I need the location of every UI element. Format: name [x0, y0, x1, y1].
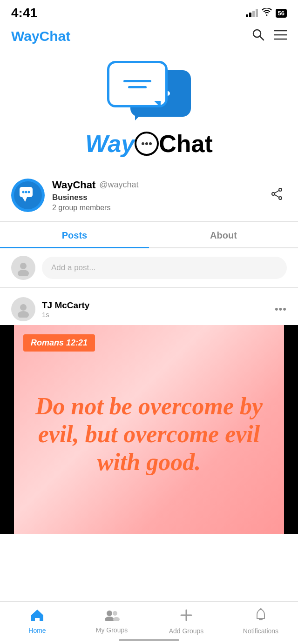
svg-line-19	[275, 190, 279, 193]
wifi-icon	[262, 8, 272, 18]
post-header: TJ McCarty 1s •••	[0, 290, 298, 325]
group-name: WayChat	[52, 179, 95, 191]
home-icon	[30, 609, 44, 625]
add-post-avatar	[11, 256, 35, 280]
group-name-row: WayChat @waychat	[52, 179, 267, 191]
battery-icon: 56	[276, 9, 287, 18]
logo-container: Way Chat	[85, 61, 213, 158]
notifications-icon	[255, 608, 267, 625]
logo-bubble-front	[107, 61, 168, 107]
svg-point-32	[260, 608, 262, 610]
svg-line-1	[260, 36, 264, 40]
logo-wordmark: Way Chat	[85, 130, 213, 158]
logo-chat-wrap: Chat	[135, 130, 213, 158]
svg-point-22	[18, 270, 29, 276]
logo-way: Way	[85, 130, 135, 158]
group-handle: @waychat	[99, 180, 138, 190]
post-user-info: TJ McCarty 1s	[42, 300, 275, 319]
post-menu-button[interactable]: •••	[275, 303, 287, 315]
svg-point-14	[25, 191, 27, 193]
post-avatar	[11, 297, 35, 321]
svg-point-18	[272, 193, 275, 195]
search-icon[interactable]	[251, 28, 264, 44]
post-image: Romans 12:21 Do not be overcome by evil,…	[0, 325, 298, 534]
header-icons	[251, 28, 287, 44]
my-groups-icon	[104, 609, 120, 624]
tabs: Posts About	[0, 222, 298, 248]
avatar-inner	[14, 181, 42, 209]
verse-reference: Romans 12:21	[23, 334, 95, 352]
group-avatar	[11, 179, 45, 212]
svg-point-16	[279, 188, 282, 191]
add-post-area: Add a post...	[0, 248, 298, 288]
svg-point-8	[142, 142, 144, 145]
nav-notifications-label: Notifications	[243, 627, 278, 635]
share-button[interactable]	[267, 184, 287, 207]
nav-my-groups[interactable]: My Groups	[74, 602, 149, 644]
group-type: Business	[52, 193, 267, 202]
nav-my-groups-label: My Groups	[96, 626, 128, 634]
post-time: 1s	[42, 311, 275, 319]
signal-icon	[246, 9, 258, 17]
tab-posts[interactable]: Posts	[0, 222, 149, 247]
logo-chat-bubble	[135, 132, 159, 156]
app-header-title: WayChat	[11, 28, 70, 44]
svg-marker-12	[22, 197, 27, 202]
group-members: 2 group members	[52, 204, 267, 212]
logo-chat-text: Chat	[159, 130, 213, 158]
app-header: WayChat	[0, 24, 298, 52]
nav-add-groups-label: Add Groups	[169, 627, 204, 635]
nav-home-label: Home	[28, 627, 46, 634]
logo-area: Way Chat	[0, 52, 298, 169]
menu-icon[interactable]	[274, 29, 287, 43]
add-post-input[interactable]: Add a post...	[42, 257, 287, 279]
post-image-inner: Romans 12:21 Do not be overcome by evil,…	[14, 325, 284, 534]
svg-rect-31	[259, 618, 263, 620]
verse-text: Do not be overcome by evil, but overcome…	[23, 392, 275, 476]
tab-about[interactable]: About	[149, 222, 298, 247]
svg-point-24	[18, 311, 29, 318]
nav-home[interactable]: Home	[0, 602, 74, 644]
svg-point-28	[113, 617, 120, 621]
home-bar	[119, 639, 179, 641]
status-time: 4:41	[11, 6, 37, 20]
group-details: WayChat @waychat Business 2 group member…	[52, 179, 267, 212]
logo-bubbles	[107, 61, 191, 126]
svg-point-27	[113, 611, 117, 616]
status-icons: 56	[246, 8, 287, 18]
svg-point-10	[149, 142, 152, 145]
svg-point-23	[20, 304, 27, 311]
status-bar: 4:41 56	[0, 0, 298, 24]
svg-line-20	[275, 194, 279, 197]
svg-point-13	[22, 191, 25, 193]
svg-point-26	[105, 617, 114, 621]
svg-point-15	[28, 191, 30, 193]
nav-notifications[interactable]: Notifications	[224, 602, 298, 644]
svg-point-25	[107, 611, 112, 616]
svg-point-17	[279, 197, 282, 199]
bottom-nav: Home My Groups Add Groups	[0, 601, 298, 644]
post-container: TJ McCarty 1s ••• Romans 12:21 Do not be…	[0, 288, 298, 534]
svg-point-9	[145, 142, 148, 145]
svg-point-21	[20, 263, 27, 269]
nav-add-groups[interactable]: Add Groups	[149, 602, 224, 644]
add-groups-icon	[179, 608, 193, 625]
group-info: WayChat @waychat Business 2 group member…	[0, 169, 298, 221]
post-username: TJ McCarty	[42, 300, 275, 311]
